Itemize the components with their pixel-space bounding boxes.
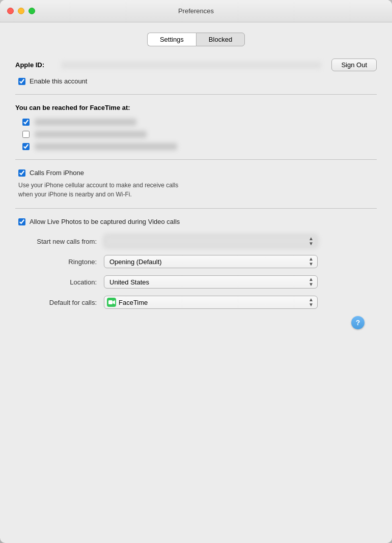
contact-row-3 — [22, 143, 377, 150]
live-photos-label: Allow Live Photos to be captured during … — [30, 218, 180, 225]
ringtone-select[interactable]: Opening (Default) — [104, 255, 318, 268]
tab-bar: Settings Blocked — [15, 33, 377, 46]
help-button[interactable]: ? — [351, 316, 365, 329]
close-button[interactable] — [7, 8, 14, 14]
calls-from-iphone-description: Use your iPhone cellular account to make… — [18, 181, 377, 199]
location-label: Location: — [15, 278, 97, 286]
divider-3 — [15, 208, 377, 209]
start-new-calls-label: Start new calls from: — [15, 238, 97, 245]
divider-2 — [15, 159, 377, 160]
facetime-contacts — [22, 119, 377, 150]
apple-id-label: Apple ID: — [15, 61, 56, 69]
apple-id-row: Apple ID: Sign Out — [15, 59, 377, 71]
default-calls-select[interactable]: FaceTime — [104, 296, 318, 309]
ringtone-label: Ringtone: — [15, 258, 97, 266]
default-calls-row: Default for calls: FaceTime ▲ ▼ — [15, 296, 377, 309]
calls-from-iphone-label: Calls From iPhone — [30, 169, 84, 177]
facetime-section-title: You can be reached for FaceTime at: — [15, 104, 377, 111]
start-new-calls-wrapper: ▲ ▼ — [104, 235, 318, 248]
enable-account-label: Enable this account — [30, 77, 87, 85]
calls-from-iphone-checkbox[interactable] — [18, 169, 25, 177]
enable-account-row: Enable this account — [18, 77, 377, 85]
enable-account-checkbox[interactable] — [18, 78, 25, 85]
preferences-window: Preferences Settings Blocked Apple ID: S… — [0, 0, 392, 543]
maximize-button[interactable] — [29, 8, 35, 14]
contact-row-2 — [22, 131, 377, 138]
apple-id-value — [61, 62, 321, 69]
contact-checkbox-1[interactable] — [22, 119, 30, 126]
start-new-calls-row: Start new calls from: ▲ ▼ — [15, 235, 377, 248]
titlebar: Preferences — [0, 0, 392, 22]
default-calls-wrapper: FaceTime ▲ ▼ — [104, 296, 318, 309]
location-row: Location: United States ▲ ▼ — [15, 275, 377, 289]
location-select[interactable]: United States — [104, 275, 318, 289]
divider-1 — [15, 94, 377, 95]
ringtone-wrapper: Opening (Default) ▲ ▼ — [104, 255, 318, 268]
default-calls-label: Default for calls: — [15, 299, 97, 306]
contact-checkbox-3[interactable] — [22, 143, 30, 150]
calls-from-iphone-section: Calls From iPhone Use your iPhone cellul… — [15, 169, 377, 199]
tab-settings[interactable]: Settings — [147, 33, 196, 46]
tab-blocked[interactable]: Blocked — [196, 33, 245, 46]
ringtone-row: Ringtone: Opening (Default) ▲ ▼ — [15, 255, 377, 268]
live-photos-checkbox[interactable] — [18, 218, 25, 225]
contact-value-1 — [35, 119, 136, 126]
start-new-calls-select[interactable] — [104, 235, 318, 248]
contact-checkbox-2[interactable] — [22, 131, 30, 138]
minimize-button[interactable] — [18, 8, 24, 14]
live-photos-row: Allow Live Photos to be captured during … — [18, 218, 377, 225]
contact-value-3 — [35, 143, 177, 150]
location-wrapper: United States ▲ ▼ — [104, 275, 318, 289]
sign-out-button[interactable]: Sign Out — [331, 59, 377, 71]
window-title: Preferences — [178, 7, 214, 15]
traffic-lights — [7, 8, 35, 14]
facetime-section: You can be reached for FaceTime at: — [15, 104, 377, 150]
calls-from-iphone-row: Calls From iPhone — [18, 169, 377, 177]
contact-row-1 — [22, 119, 377, 126]
bottom-area: ? — [15, 316, 377, 341]
preferences-content: Settings Blocked Apple ID: Sign Out Enab… — [0, 22, 392, 543]
contact-value-2 — [35, 131, 147, 138]
